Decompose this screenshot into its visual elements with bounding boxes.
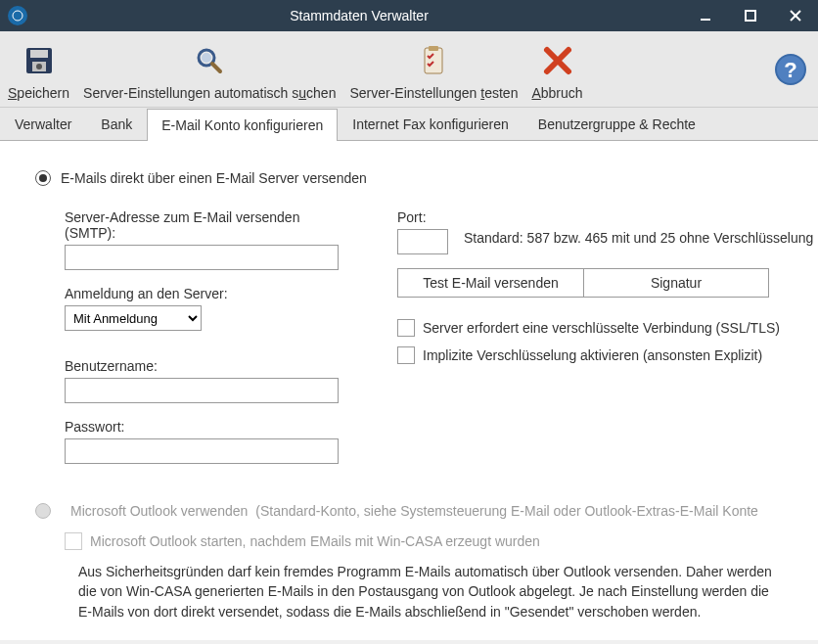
svg-rect-1 bbox=[701, 19, 710, 21]
help-icon: ? bbox=[773, 52, 808, 87]
tab-bar: Verwalter Bank E-Mail Konto konfiguriere… bbox=[0, 108, 818, 141]
signature-button[interactable]: Signatur bbox=[583, 268, 769, 298]
outlook-description: Aus Sicherheitsgründen darf kein fremdes… bbox=[78, 562, 783, 621]
outlook-start-label: Microsoft Outlook starten, nachdem EMail… bbox=[90, 533, 540, 549]
test-email-button[interactable]: Test E-Mail versenden bbox=[397, 268, 583, 298]
checkbox-icon bbox=[397, 319, 415, 337]
svg-text:?: ? bbox=[784, 58, 796, 82]
save-button[interactable]: Speichern bbox=[8, 40, 69, 101]
floppy-icon bbox=[23, 40, 56, 81]
auto-search-button[interactable]: Server-Einstellungen automatisch suchen bbox=[83, 40, 336, 101]
svg-rect-2 bbox=[746, 11, 755, 21]
smtp-input[interactable] bbox=[65, 245, 339, 270]
content-area: E-Mails direkt über einen E-Mail Server … bbox=[0, 141, 818, 640]
tab-email[interactable]: E-Mail Konto konfigurieren bbox=[147, 109, 338, 141]
svg-line-11 bbox=[212, 64, 220, 71]
maximize-button[interactable] bbox=[728, 0, 773, 31]
radio-outlook[interactable]: Microsoft Outlook verwenden (Standard-Ko… bbox=[35, 503, 783, 519]
minimize-button[interactable] bbox=[683, 0, 728, 31]
title-bar: Stammdaten Verwalter bbox=[0, 0, 818, 31]
auto-search-label: Server-Einstellungen automatisch suchen bbox=[83, 85, 336, 101]
save-label: Speichern bbox=[8, 85, 69, 101]
radio-direct-label: E-Mails direkt über einen E-Mail Server … bbox=[61, 170, 367, 186]
radio-outlook-extra: (Standard-Konto, siehe Systemsteuerung E… bbox=[255, 503, 758, 519]
login-label: Anmeldung an den Server: bbox=[65, 286, 348, 301]
abort-button[interactable]: Abbruch bbox=[531, 40, 582, 101]
password-label: Passwort: bbox=[65, 419, 348, 435]
implicit-checkbox-row[interactable]: Implizite Verschlüsselung aktivieren (an… bbox=[397, 346, 818, 364]
window-title: Stammdaten Verwalter bbox=[35, 8, 683, 23]
svg-rect-6 bbox=[30, 50, 48, 58]
port-input[interactable] bbox=[397, 229, 448, 254]
ssl-checkbox-row[interactable]: Server erfordert eine verschlüsselte Ver… bbox=[397, 319, 818, 337]
implicit-label: Implizite Verschlüsselung aktivieren (an… bbox=[423, 347, 762, 363]
svg-point-10 bbox=[202, 53, 211, 63]
username-input[interactable] bbox=[65, 378, 339, 403]
radio-direct-send[interactable]: E-Mails direkt über einen E-Mail Server … bbox=[35, 170, 783, 186]
app-icon bbox=[8, 6, 27, 25]
test-settings-button[interactable]: Server-Einstellungen testen bbox=[349, 40, 518, 101]
login-select[interactable]: Mit Anmeldung bbox=[65, 305, 202, 331]
close-button[interactable] bbox=[773, 0, 818, 31]
port-hint: Standard: 587 bzw. 465 mit und 25 ohne V… bbox=[464, 229, 813, 248]
port-label: Port: bbox=[397, 209, 818, 225]
left-column: Server-Adresse zum E-Mail versenden (SMT… bbox=[65, 209, 348, 480]
window-controls bbox=[683, 0, 818, 31]
svg-point-8 bbox=[36, 64, 42, 69]
ssl-label: Server erfordert eine verschlüsselte Ver… bbox=[423, 320, 780, 336]
checklist-icon bbox=[417, 40, 450, 81]
radio-icon bbox=[35, 503, 51, 519]
close-x-icon bbox=[541, 40, 574, 81]
radio-outlook-label: Microsoft Outlook verwenden bbox=[70, 503, 248, 519]
tab-verwalter[interactable]: Verwalter bbox=[0, 108, 86, 140]
smtp-label: Server-Adresse zum E-Mail versenden (SMT… bbox=[65, 209, 348, 241]
help-button[interactable]: ? bbox=[773, 52, 808, 87]
abort-label: Abbruch bbox=[531, 85, 582, 101]
magnifier-icon bbox=[193, 40, 226, 81]
right-column: Port: Standard: 587 bzw. 465 mit und 25 … bbox=[397, 209, 818, 480]
test-settings-label: Server-Einstellungen testen bbox=[349, 85, 518, 101]
svg-rect-12 bbox=[425, 48, 442, 73]
svg-point-0 bbox=[13, 11, 23, 21]
tab-bank[interactable]: Bank bbox=[86, 108, 147, 140]
tab-fax[interactable]: Internet Fax konfigurieren bbox=[338, 108, 523, 140]
outlook-start-checkbox[interactable]: Microsoft Outlook starten, nachdem EMail… bbox=[65, 532, 783, 550]
username-label: Benutzername: bbox=[65, 358, 348, 374]
checkbox-icon bbox=[65, 532, 82, 550]
outlook-section: Microsoft Outlook verwenden (Standard-Ko… bbox=[35, 503, 783, 621]
checkbox-icon bbox=[397, 346, 415, 364]
password-input[interactable] bbox=[65, 438, 339, 464]
toolbar: Speichern Server-Einstellungen automatis… bbox=[0, 31, 818, 108]
tab-group[interactable]: Benutzergruppe & Rechte bbox=[523, 108, 710, 140]
svg-rect-13 bbox=[429, 46, 438, 51]
radio-icon bbox=[35, 170, 51, 186]
